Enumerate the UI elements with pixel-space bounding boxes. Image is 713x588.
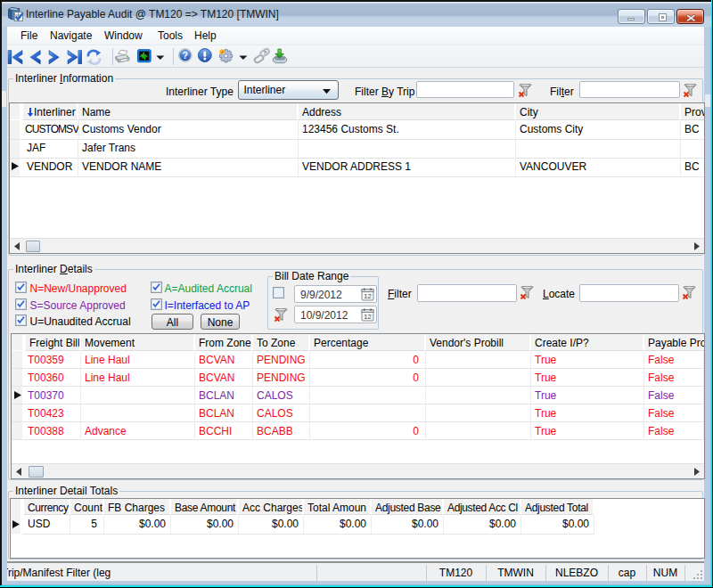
- svg-text:?: ?: [183, 50, 188, 61]
